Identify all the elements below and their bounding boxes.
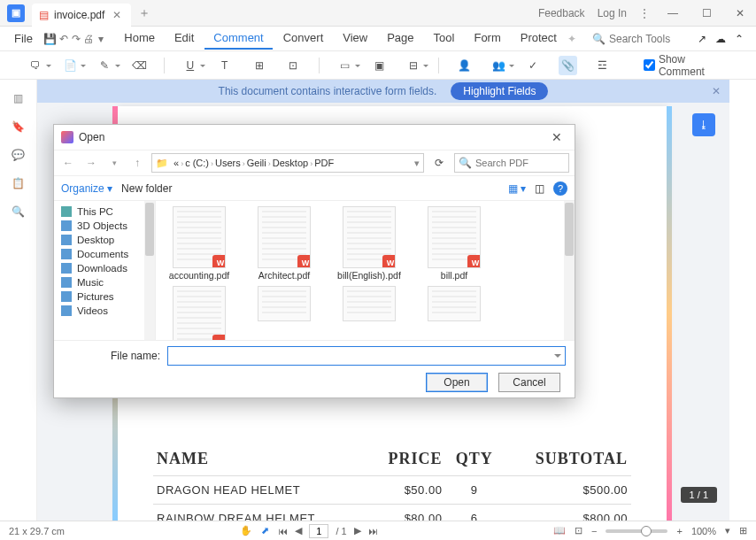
file-item[interactable]: Wbill.pdf	[418, 206, 490, 281]
search-panel-icon[interactable]: 🔍	[12, 205, 25, 218]
filename-input[interactable]	[167, 346, 566, 366]
file-item[interactable]: Wbill(English).pdf	[333, 206, 405, 281]
page-number-input[interactable]	[309, 524, 328, 538]
kebab-icon[interactable]: ⋮	[639, 7, 650, 19]
breadcrumb[interactable]: 📁 «›c (C:)›Users›Geili›Desktop›PDF ▾	[151, 153, 424, 173]
zoom-out-icon[interactable]: −	[591, 526, 597, 536]
stamp-tool[interactable]: 👤	[455, 56, 474, 75]
print-icon[interactable]: 🖨	[83, 29, 94, 49]
breadcrumb-segment[interactable]: c (C:)	[183, 158, 211, 168]
attachment-tool[interactable]: 📎	[559, 56, 577, 75]
menu-page[interactable]: Page	[378, 27, 422, 50]
cloud-icon[interactable]: ☁	[715, 33, 726, 45]
bookmark-icon[interactable]: 🔖	[12, 120, 25, 133]
area-text-tool[interactable]: ⊡	[284, 56, 303, 75]
menu-protect[interactable]: Protect	[512, 27, 566, 50]
banner-close-icon[interactable]: ✕	[712, 85, 721, 97]
search-tools[interactable]: 🔍	[592, 33, 689, 45]
new-tab-button[interactable]: ＋	[138, 5, 150, 21]
feedback-link[interactable]: Feedback	[538, 7, 585, 19]
tree-item[interactable]: Downloads	[54, 261, 155, 275]
tree-item[interactable]: Desktop	[54, 233, 155, 247]
maximize-button[interactable]: ☐	[696, 7, 717, 19]
login-link[interactable]: Log In	[598, 7, 627, 19]
menu-edit[interactable]: Edit	[166, 27, 203, 50]
minimize-button[interactable]: —	[662, 7, 683, 19]
menu-home[interactable]: Home	[115, 27, 164, 50]
tree-scrollbar[interactable]	[144, 201, 155, 340]
help-button[interactable]: ?	[553, 181, 567, 196]
file-item[interactable]	[248, 286, 320, 340]
dialog-search[interactable]: 🔍	[454, 153, 569, 173]
tree-item[interactable]: Music	[54, 275, 155, 289]
attachments-panel-icon[interactable]: 📋	[12, 177, 25, 189]
zoom-in-icon[interactable]: +	[676, 526, 682, 536]
dialog-close-button[interactable]: ✕	[546, 128, 567, 146]
breadcrumb-segment[interactable]: «	[172, 158, 181, 168]
menu-convert[interactable]: Convert	[274, 27, 333, 50]
tab-close-icon[interactable]: ✕	[110, 9, 124, 21]
prev-page-icon[interactable]: ◀	[295, 525, 302, 536]
menu-tool[interactable]: Tool	[425, 27, 464, 50]
dialog-search-input[interactable]	[475, 158, 565, 168]
comments-panel-icon[interactable]: 💬	[12, 149, 25, 161]
refresh-button[interactable]: ⟳	[429, 157, 449, 169]
zoom-slider[interactable]	[606, 529, 667, 533]
nav-forward-button[interactable]: →	[82, 154, 100, 172]
text-tool[interactable]: T	[215, 56, 234, 75]
sparkle-icon[interactable]: ✦	[567, 33, 576, 45]
eraser-tool[interactable]: ⌫	[130, 56, 149, 75]
signature-tool[interactable]: 👥	[490, 56, 508, 75]
text-callout-tool[interactable]: 📄	[61, 56, 80, 75]
highlight-fields-button[interactable]: Highlight Fields	[451, 82, 548, 100]
tree-item[interactable]: 3D Objects	[54, 219, 155, 233]
new-folder-button[interactable]: New folder	[121, 182, 172, 195]
zoom-dropdown-icon[interactable]: ▾	[725, 525, 730, 536]
tree-item[interactable]: This PC	[54, 204, 155, 219]
shape-tool[interactable]: ▭	[336, 56, 354, 75]
last-page-icon[interactable]: ⏭	[368, 526, 378, 536]
hand-tool-icon[interactable]: ✋	[240, 525, 252, 536]
note-tool[interactable]: 🗨	[27, 56, 45, 75]
fit-width-icon[interactable]: ⊡	[575, 525, 582, 536]
nav-up-button[interactable]: ↑	[128, 154, 146, 172]
close-window-button[interactable]: ✕	[729, 7, 751, 19]
file-item[interactable]: Wcad2 (1).pdf	[163, 286, 235, 340]
thumbnails-icon[interactable]: ▥	[13, 92, 23, 104]
callout-tool[interactable]: ▣	[370, 56, 389, 75]
file-item[interactable]	[418, 286, 490, 340]
measure-tool[interactable]: ⊟	[405, 56, 423, 75]
first-page-icon[interactable]: ⏮	[278, 526, 288, 536]
underline-tool[interactable]: U	[181, 56, 199, 75]
quick-save-button[interactable]: ⭳	[692, 113, 715, 136]
show-comment-checkbox[interactable]	[644, 59, 655, 71]
nav-back-button[interactable]: ←	[59, 154, 77, 172]
chevron-up-icon[interactable]: ⌃	[735, 33, 744, 45]
view-mode-button[interactable]: ▦ ▾	[508, 182, 526, 195]
menu-form[interactable]: Form	[465, 27, 509, 50]
undo-icon[interactable]: ↶	[58, 29, 69, 49]
external-link-icon[interactable]: ↗	[698, 33, 706, 45]
pencil-tool[interactable]: ✎	[96, 56, 114, 75]
tree-item[interactable]: Pictures	[54, 289, 155, 304]
breadcrumb-segment[interactable]: Desktop	[271, 158, 310, 168]
menu-file[interactable]: File	[5, 28, 42, 49]
textbox-tool[interactable]: ⊞	[250, 56, 268, 75]
organize-button[interactable]: Organize ▾	[61, 182, 112, 195]
save-icon[interactable]: 💾	[43, 29, 57, 49]
file-item[interactable]	[333, 286, 405, 340]
preview-pane-button[interactable]: ◫	[535, 182, 544, 195]
breadcrumb-segment[interactable]: PDF	[312, 158, 336, 168]
tree-item[interactable]: Documents	[54, 247, 155, 261]
document-tab[interactable]: ▤ invoice.pdf ✕	[32, 4, 131, 27]
breadcrumb-dropdown-icon[interactable]: ▾	[414, 158, 420, 169]
menu-comment[interactable]: Comment	[204, 27, 272, 50]
breadcrumb-segment[interactable]: Users	[213, 158, 243, 168]
fullscreen-icon[interactable]: ⊞	[739, 525, 747, 536]
file-item[interactable]: Waccounting.pdf	[163, 206, 235, 281]
tree-item[interactable]: Videos	[54, 304, 155, 318]
approve-tool[interactable]: ✓	[524, 56, 543, 75]
files-scrollbar[interactable]	[564, 201, 575, 340]
show-comment-toggle[interactable]: Show Comment	[644, 53, 729, 78]
next-page-icon[interactable]: ▶	[354, 525, 361, 536]
